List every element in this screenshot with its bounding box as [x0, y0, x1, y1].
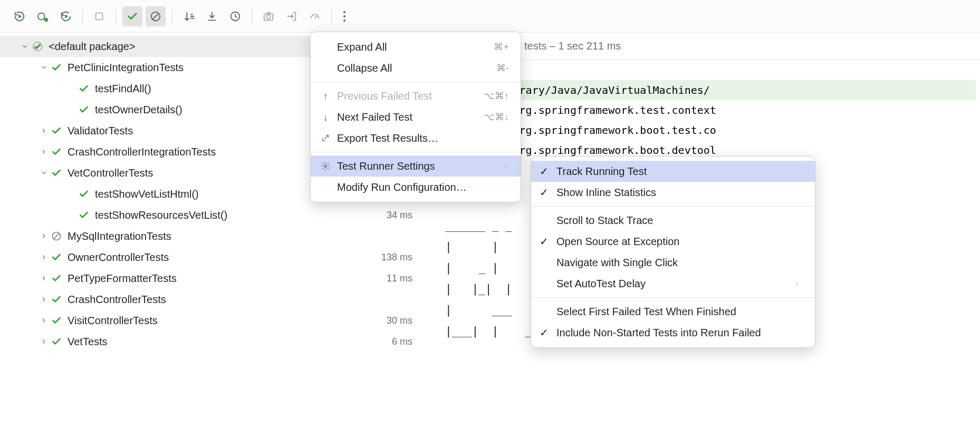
submenu-scroll-stack[interactable]: Scroll to Stack Trace — [531, 210, 815, 231]
context-menu: Expand All⌘+ Collapse All⌘- ↑Previous Fa… — [310, 32, 521, 202]
more-options-button[interactable] — [338, 6, 351, 26]
submenu-track-running[interactable]: ✓Track Running Test — [531, 161, 815, 182]
show-passed-toggle[interactable] — [122, 6, 142, 26]
expander-icon[interactable] — [38, 232, 50, 240]
expander-icon[interactable] — [38, 148, 50, 155]
exit-icon — [286, 11, 297, 22]
pass-icon — [50, 293, 63, 306]
submenu-open-source[interactable]: ✓Open Source at Exception — [531, 231, 815, 252]
rerun-button[interactable] — [9, 6, 30, 26]
svg-point-0 — [38, 13, 45, 20]
rerun-icon — [14, 11, 25, 22]
menu-expand-all[interactable]: Expand All⌘+ — [311, 36, 521, 57]
menu-prev-failed[interactable]: ↑Previous Failed Test⌥⌘↑ — [311, 85, 521, 106]
sort-button[interactable] — [179, 6, 199, 26]
pass-icon — [50, 250, 63, 264]
menu-separator — [531, 297, 815, 298]
expander-icon[interactable] — [38, 254, 50, 261]
expander-icon[interactable] — [38, 64, 50, 71]
pass-icon — [77, 187, 91, 201]
expander-icon[interactable] — [38, 317, 50, 324]
menu-collapse-all[interactable]: Collapse All⌘- — [311, 57, 521, 79]
check-icon — [127, 11, 138, 22]
svg-point-6 — [266, 15, 270, 18]
expander-icon[interactable] — [38, 169, 50, 177]
rerun-dot-icon — [37, 11, 49, 22]
tree-row[interactable]: PetTypeFormatterTests11 ms — [0, 268, 426, 289]
tree-row-time: 30 ms — [387, 315, 412, 326]
screenshot-button[interactable] — [258, 6, 278, 26]
submenu-inline-stats[interactable]: ✓Show Inline Statistics — [531, 182, 815, 203]
vertical-dots-icon — [343, 10, 346, 23]
menu-modify-run-config[interactable]: Modify Run Configuration… — [311, 177, 521, 198]
toolbar-separator — [82, 8, 83, 24]
svg-point-8 — [343, 15, 345, 17]
stop-icon — [93, 11, 105, 22]
expander-icon[interactable] — [38, 296, 50, 303]
pass-icon — [77, 103, 91, 116]
test-runner-settings-submenu: ✓Track Running Test ✓Show Inline Statist… — [531, 156, 815, 348]
check-icon: ✓ — [537, 326, 550, 339]
check-icon: ✓ — [537, 186, 550, 199]
tree-row-label: PetTypeFormatterTests — [68, 273, 387, 285]
history-button[interactable] — [225, 6, 245, 26]
pass-icon — [50, 271, 63, 285]
check-icon: ✓ — [537, 235, 550, 248]
stop-button[interactable] — [89, 6, 109, 26]
menu-next-failed[interactable]: ↓Next Failed Test⌥⌘↓ — [311, 106, 521, 128]
test-toolbar — [0, 0, 980, 33]
svg-point-12 — [324, 165, 327, 168]
submenu-autotest-delay[interactable]: Set AutoTest Delay — [531, 273, 815, 294]
import-button[interactable] — [202, 6, 222, 26]
expander-icon[interactable] — [38, 127, 50, 134]
submenu-select-first-failed[interactable]: Select First Failed Test When Finished — [531, 301, 815, 322]
tree-row-label: VisitControllerTests — [68, 315, 387, 327]
pass-icon — [50, 335, 63, 348]
show-ignored-toggle[interactable] — [146, 6, 166, 26]
menu-test-runner-settings[interactable]: Test Runner Settings — [311, 155, 521, 177]
ignored-icon — [50, 229, 63, 243]
tree-row-label: MySqlIntegrationTests — [68, 230, 412, 242]
tree-row-time: 6 ms — [392, 336, 412, 347]
svg-point-9 — [343, 20, 345, 22]
svg-point-1 — [44, 17, 48, 21]
toolbar-separator — [331, 8, 332, 24]
submenu-include-non-started[interactable]: ✓Include Non-Started Tests into Rerun Fa… — [531, 322, 815, 343]
tree-row[interactable]: VetTests6 ms — [0, 331, 426, 352]
rerun-failed-button[interactable] — [56, 6, 76, 26]
tree-row[interactable]: MySqlIntegrationTests — [0, 226, 426, 247]
svg-point-7 — [343, 11, 345, 13]
menu-separator — [311, 82, 521, 82]
tree-row-time: 138 ms — [381, 252, 412, 263]
pass-icon — [50, 61, 63, 74]
share-icon — [320, 134, 331, 142]
tree-row[interactable]: VisitControllerTests30 ms — [0, 310, 426, 331]
chevron-down-icon[interactable] — [19, 43, 31, 50]
pass-icon — [50, 314, 63, 327]
rerun-failed-icon — [60, 11, 72, 22]
toolbar-separator — [116, 8, 116, 24]
toolbar-separator — [252, 8, 252, 24]
chevron-right-icon — [503, 163, 509, 169]
pass-icon — [50, 124, 63, 138]
tree-row[interactable]: CrashControllerTests — [0, 289, 426, 310]
import-icon — [206, 11, 218, 22]
pass-icon — [50, 166, 63, 180]
menu-separator — [531, 206, 815, 207]
ignored-icon — [150, 11, 161, 22]
tree-row-label: OwnerControllerTests — [68, 251, 381, 264]
tree-row[interactable]: OwnerControllerTests138 ms — [0, 247, 426, 268]
sort-icon — [183, 11, 195, 22]
tree-row[interactable]: testShowResourcesVetList()34 ms — [0, 205, 426, 226]
rerun-dot-button[interactable] — [33, 6, 53, 26]
pass-icon — [50, 145, 63, 159]
export-button[interactable] — [282, 6, 302, 26]
expander-icon[interactable] — [38, 275, 50, 282]
gauge-icon — [309, 11, 321, 22]
expander-icon[interactable] — [38, 338, 50, 345]
menu-export-results[interactable]: Export Test Results… — [311, 128, 521, 149]
chevron-right-icon — [794, 280, 800, 287]
dashboard-button[interactable] — [305, 6, 325, 26]
submenu-nav-single[interactable]: Navigate with Single Click — [531, 252, 815, 273]
arrow-down-icon: ↓ — [320, 111, 331, 123]
